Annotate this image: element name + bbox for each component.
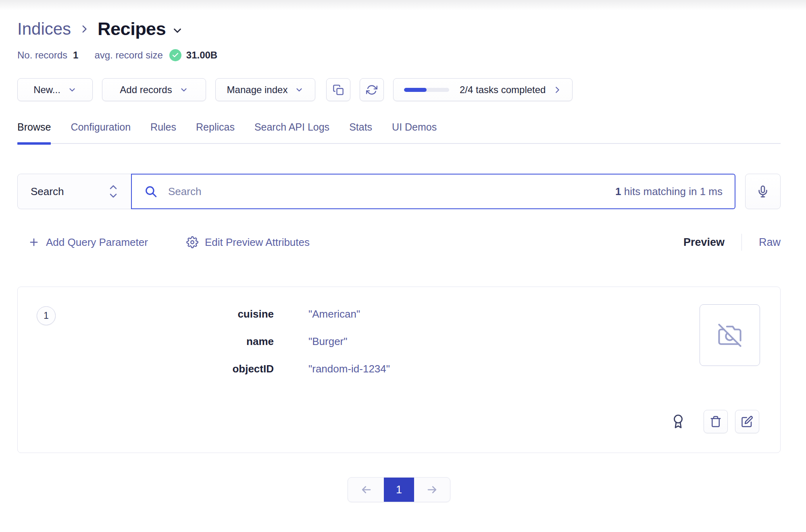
tasks-progress-bar <box>404 88 449 92</box>
manage-index-label: Manage index <box>227 84 288 96</box>
tab-browse[interactable]: Browse <box>17 121 51 143</box>
field-key: cuisine <box>18 308 274 320</box>
view-toggle: Preview Raw <box>683 234 781 251</box>
gear-icon <box>186 236 198 248</box>
camera-off-icon <box>718 324 741 347</box>
award-icon <box>671 414 686 429</box>
add-query-parameter-label: Add Query Parameter <box>46 236 148 249</box>
page-title: Recipes <box>98 19 166 39</box>
edit-icon <box>741 416 753 428</box>
plus-icon <box>28 237 40 248</box>
top-gradient <box>0 0 806 10</box>
select-chevrons-icon <box>108 183 118 200</box>
search-type-value: Search <box>31 185 64 198</box>
field-value: "random-id-1234" <box>308 363 390 375</box>
field-key: name <box>18 335 274 348</box>
record-field-cuisine: cuisine "American" <box>18 308 780 320</box>
toolbar: New... Add records Manage index <box>17 78 781 101</box>
records-stat: No. records 1 <box>17 50 78 61</box>
record-field-name: name "Burger" <box>18 335 780 348</box>
tasks-label: 2/4 tasks completed <box>460 84 546 96</box>
add-records-button[interactable]: Add records <box>102 78 206 101</box>
next-page-button[interactable] <box>414 478 450 502</box>
record-actions <box>671 410 759 433</box>
chevron-down-icon <box>171 25 183 37</box>
search-type-selector[interactable]: Search <box>17 174 131 209</box>
size-value: 31.00B <box>186 50 217 61</box>
size-label: avg. record size <box>94 50 162 61</box>
breadcrumb: Indices Recipes <box>17 19 781 39</box>
refresh-button[interactable] <box>360 78 384 101</box>
previous-page-button[interactable] <box>348 478 384 502</box>
add-query-parameter-button[interactable]: Add Query Parameter <box>28 236 148 249</box>
hits-count: 1 <box>615 185 621 197</box>
tasks-status-button[interactable]: 2/4 tasks completed <box>393 78 573 101</box>
pagination: 1 <box>17 477 781 502</box>
edit-preview-attributes-label: Edit Preview Attributes <box>205 236 310 249</box>
microphone-icon <box>756 185 769 198</box>
tab-replicas[interactable]: Replicas <box>196 121 235 143</box>
pagination-group: 1 <box>348 477 450 502</box>
field-value: "American" <box>308 308 360 320</box>
tab-search-api-logs[interactable]: Search API Logs <box>254 121 329 143</box>
search-input[interactable] <box>168 185 605 198</box>
chevron-down-icon <box>68 85 77 94</box>
chevron-right-icon <box>79 24 90 34</box>
arrow-right-icon <box>426 484 438 496</box>
records-value: 1 <box>73 50 78 61</box>
record-image-placeholder <box>700 304 760 366</box>
index-title-dropdown[interactable]: Recipes <box>98 19 183 39</box>
field-value: "Burger" <box>308 335 348 348</box>
refresh-icon <box>366 84 377 96</box>
hits-text: hits matching in 1 ms <box>621 185 723 197</box>
edit-record-button[interactable] <box>735 410 759 433</box>
field-key: objectID <box>18 363 274 375</box>
search-box: 1 hits matching in 1 ms <box>131 174 735 209</box>
chevron-down-icon <box>295 85 304 94</box>
search-icon <box>144 185 158 198</box>
record-card: 1 cuisine "American" name "Burger" objec… <box>17 287 781 453</box>
copy-icon <box>333 84 344 96</box>
chevron-down-icon <box>179 85 188 94</box>
record-field-objectid: objectID "random-id-1234" <box>18 363 780 375</box>
browse-page: Indices Recipes No. records 1 avg. recor… <box>0 19 806 502</box>
tab-configuration[interactable]: Configuration <box>71 121 131 143</box>
index-stats: No. records 1 avg. record size 31.00B <box>17 49 781 61</box>
tab-rules[interactable]: Rules <box>150 121 176 143</box>
records-label: No. records <box>17 50 67 61</box>
preview-view-button[interactable]: Preview <box>683 236 725 249</box>
tasks-progress-fill <box>404 88 427 92</box>
new-button-label: New... <box>33 84 60 96</box>
page-1-button[interactable]: 1 <box>384 478 414 502</box>
raw-view-button[interactable]: Raw <box>759 236 781 249</box>
view-toggle-divider <box>741 234 742 251</box>
index-tabs: Browse Configuration Rules Replicas Sear… <box>17 121 781 144</box>
add-records-label: Add records <box>120 84 172 96</box>
voice-search-button[interactable] <box>745 174 781 209</box>
new-button[interactable]: New... <box>17 78 93 101</box>
copy-button[interactable] <box>326 78 350 101</box>
edit-preview-attributes-button[interactable]: Edit Preview Attributes <box>186 236 310 249</box>
tab-ui-demos[interactable]: UI Demos <box>392 121 437 143</box>
record-fields: cuisine "American" name "Burger" objectI… <box>18 308 780 390</box>
hits-summary: 1 hits matching in 1 ms <box>615 185 723 198</box>
check-circle-icon <box>169 49 181 61</box>
breadcrumb-indices-link[interactable]: Indices <box>17 19 71 39</box>
query-controls: Add Query Parameter Edit Preview Attribu… <box>17 233 781 251</box>
manage-index-button[interactable]: Manage index <box>215 78 315 101</box>
tab-stats[interactable]: Stats <box>349 121 372 143</box>
search-row: Search 1 hits matching in 1 ms <box>17 174 781 209</box>
chevron-right-icon <box>553 85 562 94</box>
trash-icon <box>710 416 722 428</box>
delete-record-button[interactable] <box>704 410 728 433</box>
promote-record-button[interactable] <box>671 414 686 429</box>
arrow-left-icon <box>360 484 372 496</box>
size-stat: avg. record size 31.00B <box>94 49 217 61</box>
